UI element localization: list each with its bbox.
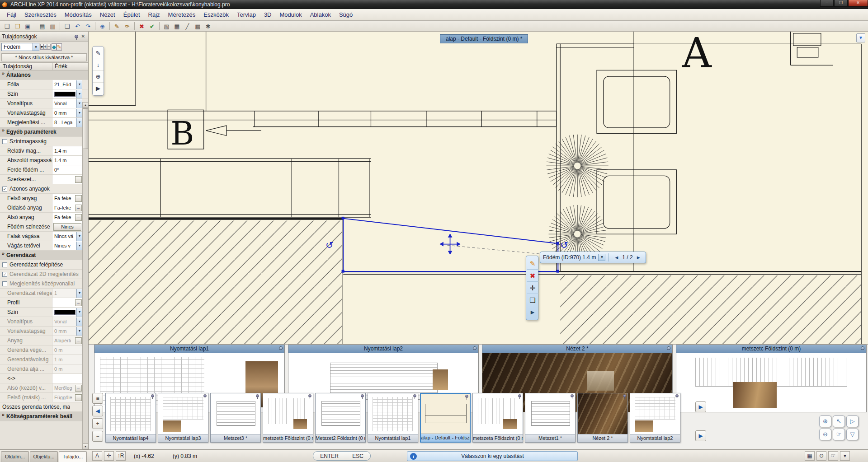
options-icon[interactable]: ✱	[203, 22, 213, 31]
property-row-gerenda-vege[interactable]: Gerenda vége...0 m	[0, 345, 88, 355]
view-tab-metszeta-foldszint-0-m[interactable]: metszeta Földszint (0 m	[472, 393, 523, 443]
property-row-gerendazat-2d-megjelenites[interactable]: ✓Gerendázat 2D megjelenítés	[0, 270, 88, 279]
checkbox-szintmagassag[interactable]	[2, 139, 7, 144]
confirm-icon[interactable]: ✔	[147, 22, 157, 31]
panel-close-icon[interactable]: ✕	[80, 34, 86, 39]
pin-icon[interactable]	[308, 394, 311, 397]
draw-tool-icon[interactable]: ✎	[93, 47, 104, 59]
property-row-item[interactable]: <->	[0, 374, 88, 383]
menu-item-3d[interactable]: 3D	[260, 10, 276, 19]
copy-icon[interactable]: ❏	[62, 22, 72, 31]
view-tab-nyomtatasi-lap4[interactable]: Nyomtatási lap4	[105, 393, 156, 443]
property-row-fodem-szinezese[interactable]: Födém színezéseNincs	[0, 222, 88, 232]
property-row-vonaltipus[interactable]: VonaltípusVonal▾	[0, 317, 88, 327]
property-row-also-kezdo-v[interactable]: Alsó (kezdő) v...Merőleg...	[0, 383, 88, 393]
ellipsis-button[interactable]: ...	[75, 385, 82, 392]
copy-selection-icon[interactable]: ❏	[527, 294, 538, 306]
menu-item-eszkozok[interactable]: Eszközök	[199, 10, 233, 19]
chevron-down-icon[interactable]: ▾	[76, 90, 82, 98]
navigator-zoom-in-button[interactable]: +	[92, 418, 103, 429]
property-row-gerenda-alja[interactable]: Gerenda alja ...0 m	[0, 364, 88, 374]
panel-tab-oldalm[interactable]: Oldalm...	[1, 451, 29, 462]
pin-icon[interactable]	[256, 394, 259, 397]
ellipsis-button[interactable]: ...	[75, 195, 82, 202]
redo-icon[interactable]: ↷	[83, 22, 93, 31]
pin-icon[interactable]	[623, 394, 626, 397]
layers-icon[interactable]: ▧	[162, 22, 171, 31]
pin-icon[interactable]	[465, 395, 468, 398]
property-row-felso-masik[interactable]: Felső (másik) ...Függőle...	[0, 393, 88, 402]
color-swatch[interactable]	[54, 310, 75, 315]
style-manager-icon[interactable]: ◆	[52, 43, 57, 51]
chevron-down-icon[interactable]: ▾	[76, 80, 82, 89]
new-icon[interactable]: ❑	[2, 22, 12, 31]
view-tab-nezet-2[interactable]: Nézet 2 *	[577, 393, 628, 443]
move-selection-icon[interactable]: ✛	[527, 282, 538, 294]
ellipsis-button[interactable]: ...	[75, 337, 82, 344]
pin-icon[interactable]	[473, 346, 476, 350]
remove-style-button[interactable]: −	[47, 44, 51, 50]
view-tab-nyomtatasi-lap1[interactable]: Nyomtatási lap1	[368, 393, 418, 443]
menu-item-tervlap[interactable]: Tervlap	[233, 10, 260, 19]
navigator-prev-button[interactable]: ◀	[92, 406, 103, 416]
property-row-abszolut-magassag[interactable]: Abszolút magasság1.4 m	[0, 156, 88, 165]
navigator-scroll-right-top-button[interactable]: ▶	[695, 401, 706, 412]
open-icon[interactable]: ❒	[13, 22, 22, 31]
layout-grid-icon[interactable]: ▦	[805, 451, 815, 461]
pin-icon[interactable]	[75, 35, 78, 38]
property-row-relativ-mag[interactable]: Relatív mag...1.4 m	[0, 146, 88, 156]
text-mode-icon[interactable]: A	[92, 451, 102, 461]
group-icon[interactable]: ▩	[193, 22, 203, 31]
add-style-button[interactable]: +	[43, 44, 47, 50]
undo-icon[interactable]: ↶	[73, 22, 82, 31]
view-tab-metszet3[interactable]: Metszet3 *	[210, 393, 261, 443]
property-row-vonalvastagsag[interactable]: Vonalvastagság0 mm▾	[0, 108, 88, 118]
property-row-gerendatavolsag[interactable]: Gerendatávolság1 m	[0, 355, 88, 364]
menu-item-modulok[interactable]: Modulok	[276, 10, 306, 19]
delete-selection-icon[interactable]: ✖	[527, 270, 538, 282]
property-row-szerkezet[interactable]: Szerkezet......	[0, 175, 88, 184]
property-row-gerendazat-retege[interactable]: Gerendázat rétege1▾	[0, 289, 88, 298]
chevron-down-icon[interactable]: ▾	[76, 232, 82, 241]
chevron-down-icon[interactable]: ▾	[76, 289, 82, 298]
property-row-falak-vagasa[interactable]: Falak vágásaNincs vá▾	[0, 232, 88, 241]
close-button[interactable]: ✕	[848, 0, 868, 7]
menu-item-rajz[interactable]: Rajz	[144, 10, 164, 19]
pan-hand-icon[interactable]: ☞	[833, 429, 845, 440]
measure-icon[interactable]: ╱	[183, 22, 192, 31]
pin-icon[interactable]	[667, 346, 670, 350]
element-type-select[interactable]: Födém ▾	[1, 43, 39, 51]
move-handle-icon[interactable]	[439, 233, 461, 255]
save-icon[interactable]: ▣	[23, 22, 33, 31]
expand-toolbar-icon[interactable]: ▶	[93, 83, 104, 94]
ellipsis-button[interactable]: ...	[75, 394, 82, 401]
scroll-up-icon[interactable]: ▲	[83, 102, 88, 108]
pin-icon[interactable]	[861, 346, 864, 350]
grid-icon[interactable]: ▦	[172, 22, 182, 31]
zoom-fit-icon[interactable]: ↖	[833, 415, 845, 427]
property-row-szin[interactable]: Szín▾	[0, 89, 88, 99]
apply-style-icon[interactable]: ✎	[57, 43, 62, 51]
minimize-button[interactable]: –	[820, 0, 834, 7]
property-row-anyag[interactable]: AnyagAlapérti...	[0, 336, 88, 345]
panel-tab-objektu[interactable]: Objektu...	[30, 451, 58, 462]
scrollbar-thumb[interactable]	[83, 108, 88, 149]
property-row-also-anyag[interactable]: Alsó anyagFa-feke...	[0, 213, 88, 222]
relative-coordinate-icon[interactable]: ↑R	[116, 451, 126, 461]
pen-icon[interactable]: ✎	[112, 22, 122, 31]
selection-next-button[interactable]: ►	[634, 255, 643, 260]
chevron-down-icon[interactable]: ▾	[76, 109, 82, 117]
checkbox-gerendazat-felepitese[interactable]	[2, 262, 7, 267]
more-tools-icon[interactable]: ▶	[527, 306, 538, 318]
view-tab-nyomtatasi-lap3[interactable]: Nyomtatási lap3	[158, 393, 208, 443]
maximize-button[interactable]: ❐	[834, 0, 848, 7]
chevron-down-icon[interactable]: ▾	[76, 242, 82, 250]
properties-scrollbar[interactable]: ▲ ▼	[82, 102, 88, 449]
view-tab-nyomtatasi-lap2[interactable]: Nyomtatási lap2	[630, 393, 680, 443]
print-icon[interactable]: ▥	[48, 22, 57, 31]
chevron-down-icon[interactable]: ▾	[76, 308, 82, 317]
eyedropper-icon[interactable]: ✑	[123, 22, 132, 31]
pan-hand-small-icon[interactable]: ☞	[828, 451, 838, 461]
panel-tab-tulajdo[interactable]: Tulajdo...	[59, 451, 87, 462]
property-row-folia[interactable]: Fólia21_Föd▾	[0, 80, 88, 89]
